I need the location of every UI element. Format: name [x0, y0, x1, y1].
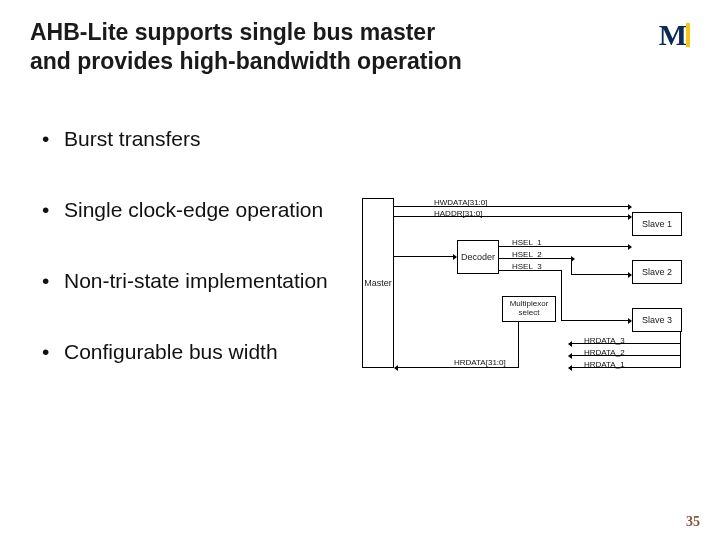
decoder-block: Decoder — [457, 240, 499, 274]
slave1-block: Slave 1 — [632, 212, 682, 236]
mux-block: Multiplexor select — [502, 296, 556, 322]
bullet-item: Burst transfers — [42, 126, 352, 151]
slave3-block: Slave 3 — [632, 308, 682, 332]
michigan-logo: M — [659, 18, 690, 52]
slide-title: AHB-Lite supports single bus master and … — [30, 18, 470, 76]
bullet-item: Configurable bus width — [42, 339, 352, 364]
wire — [571, 274, 628, 275]
logo-letter: M — [659, 18, 683, 51]
wire — [572, 355, 680, 356]
wire — [561, 270, 562, 320]
wire — [572, 343, 680, 344]
wire — [518, 322, 519, 368]
master-block: Master — [362, 198, 394, 368]
wire — [572, 367, 680, 368]
slide: AHB-Lite supports single bus master and … — [0, 0, 720, 540]
wire — [680, 332, 681, 368]
wire — [499, 258, 571, 259]
bullet-item: Non-tri-state implementation — [42, 268, 352, 293]
wire — [561, 320, 628, 321]
bullet-list: Burst transfers Single clock-edge operat… — [42, 126, 352, 411]
wire — [398, 367, 518, 368]
block-diagram: Master Decoder Multiplexor select Slave … — [362, 198, 692, 388]
wire — [499, 246, 628, 247]
page-number: 35 — [686, 514, 700, 530]
wire — [571, 258, 572, 274]
slave2-block: Slave 2 — [632, 260, 682, 284]
logo-bar — [686, 23, 690, 47]
wire — [394, 206, 628, 207]
wire — [499, 270, 561, 271]
signal-hrdata-bus: HRDATA[31:0] — [454, 358, 506, 367]
bullet-item: Single clock-edge operation — [42, 197, 352, 222]
wire — [394, 216, 628, 217]
wire — [394, 256, 453, 257]
